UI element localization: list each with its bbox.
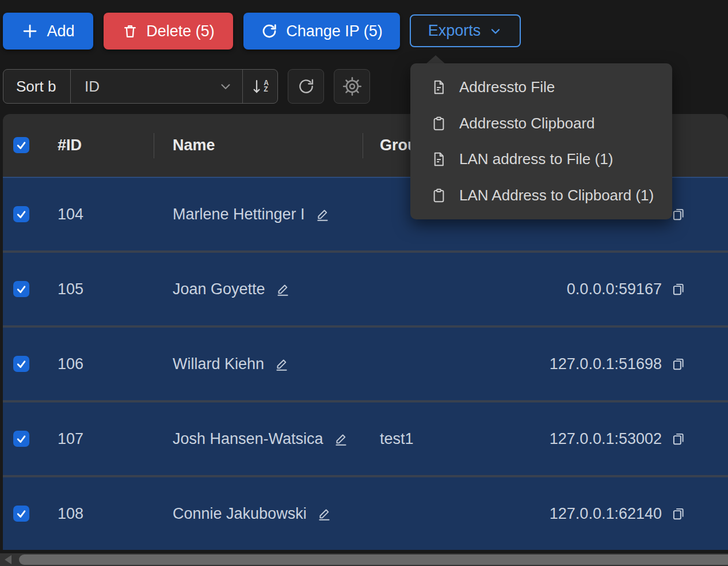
sort-bar: Sort b ID AZ [3,69,278,104]
column-divider [363,133,363,158]
delete-button-label: Delete (5) [146,22,215,40]
menu-item-label: Addressto File [459,78,555,96]
sort-az-letters: AZ [264,80,269,93]
row-name: Willard Kiehn [173,355,264,373]
refresh-icon [261,22,278,40]
scroll-left-arrow-icon[interactable] [5,555,12,564]
clipboard-icon [431,188,447,203]
table-row[interactable]: 106 Willard Kiehn 127.0.0.1:51698 [3,325,728,400]
copy-icon[interactable] [671,402,686,475]
row-ip: 127.0.0.1:62140 [550,477,662,550]
trash-icon [122,23,138,39]
copy-icon[interactable] [671,178,686,250]
row-checkbox[interactable] [13,356,29,372]
edit-icon[interactable] [276,282,291,297]
check-icon [16,433,27,445]
edit-icon[interactable] [275,356,289,371]
plus-icon [21,22,39,40]
copy-icon[interactable] [671,477,686,550]
row-name-cell: Marlene Hettinger I [173,178,330,250]
change-ip-button[interactable]: Change IP (5) [243,13,400,50]
table-row[interactable]: 108 Connie Jakubowski 127.0.0.1:62140 [3,475,728,550]
table-row[interactable]: 107 Josh Hansen-Watsica test1 127.0.0.1:… [3,400,728,475]
check-icon [16,208,27,220]
row-id: 108 [58,477,83,550]
row-ip: 0.0.0.0:59167 [567,253,662,325]
row-checkbox[interactable] [13,206,29,222]
edit-icon[interactable] [315,207,330,222]
row-id: 105 [58,253,83,325]
row-ip: 127.0.0.1:53002 [550,402,662,475]
column-divider [154,133,154,158]
exports-dropdown-menu: Addressto File Addressto Clipboard LAN a… [410,63,672,219]
row-name: Joan Goyette [173,280,265,298]
sort-field-value: ID [85,78,100,96]
row-ip: 127.0.0.1:51698 [550,328,662,400]
column-header-name[interactable]: Name [173,114,215,177]
row-name-cell: Willard Kiehn [173,328,289,400]
change-ip-button-label: Change IP (5) [286,22,383,40]
file-icon [431,79,447,95]
row-id: 104 [58,178,83,250]
edit-icon[interactable] [334,431,349,446]
row-name: Josh Hansen-Watsica [173,430,323,448]
check-icon [16,358,27,370]
row-id: 107 [58,402,83,475]
sort-field-select[interactable]: ID [71,70,242,103]
dropdown-caret [426,55,445,64]
horizontal-scrollbar[interactable] [0,553,728,566]
add-button[interactable]: Add [3,13,93,50]
sort-order-button[interactable]: AZ [242,70,277,103]
refresh-icon [297,77,315,96]
exports-button[interactable]: Exports [410,14,521,47]
refresh-button[interactable] [288,69,324,104]
row-group: test1 [380,402,414,475]
row-checkbox[interactable] [13,506,29,522]
select-all-checkbox[interactable] [13,137,29,153]
row-name: Marlene Hettinger I [173,206,305,223]
row-name: Connie Jakubowski [173,505,307,523]
table-row[interactable]: 105 Joan Goyette 0.0.0.0:59167 [3,250,728,325]
row-name-cell: Connie Jakubowski [173,477,332,550]
scrollbar-thumb[interactable] [19,554,728,565]
sort-by-label: Sort b [3,70,71,103]
row-checkbox[interactable] [13,281,29,297]
file-icon [431,151,447,167]
clipboard-icon [431,116,447,131]
copy-icon[interactable] [671,328,686,400]
row-name-cell: Josh Hansen-Watsica [173,402,349,475]
settings-button[interactable] [334,69,370,104]
row-id: 106 [58,328,83,400]
check-icon [16,508,27,519]
edit-icon[interactable] [317,506,332,521]
menu-item-label: LAN address to File (1) [459,150,613,168]
sort-arrow-down-icon [251,78,262,95]
check-icon [16,283,27,295]
add-button-label: Add [47,22,74,40]
delete-button[interactable]: Delete (5) [104,13,233,50]
chevron-down-icon [489,24,502,38]
row-name-cell: Joan Goyette [173,253,291,325]
gear-icon [342,77,362,96]
check-icon [16,139,27,151]
menu-item-label: Addressto Clipboard [459,115,595,132]
copy-icon[interactable] [671,253,686,325]
menu-item-address-to-file[interactable]: Addressto File [410,69,672,105]
menu-item-lan-address-to-clipboard[interactable]: LAN Address to Clipboard (1) [410,178,672,214]
column-header-id[interactable]: #ID [58,114,82,177]
chevron-down-icon [218,79,233,94]
menu-item-address-to-clipboard[interactable]: Addressto Clipboard [410,105,672,141]
exports-button-label: Exports [428,22,481,40]
menu-item-label: LAN Address to Clipboard (1) [459,187,654,204]
menu-item-lan-address-to-file[interactable]: LAN address to File (1) [410,142,672,177]
row-checkbox[interactable] [13,431,29,447]
